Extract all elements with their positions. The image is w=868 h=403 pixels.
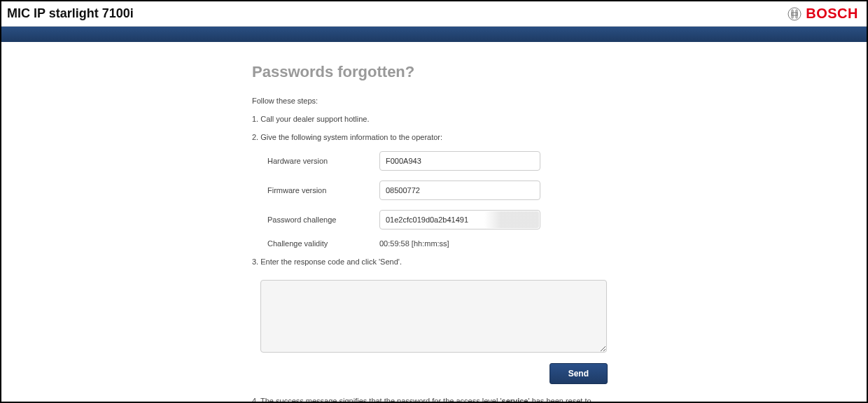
intro-text: Follow these steps:	[252, 97, 616, 105]
device-title: MIC IP starlight 7100i	[7, 6, 134, 21]
send-button[interactable]: Send	[550, 363, 608, 384]
svg-rect-3	[792, 13, 797, 15]
svg-point-0	[788, 8, 801, 20]
password-challenge-wrap	[379, 210, 540, 229]
page-header: MIC IP starlight 7100i BOSCH	[1, 1, 867, 27]
response-code-input[interactable]	[260, 280, 607, 353]
firmware-version-label: Firmware version	[267, 186, 379, 195]
step-4: 4. The success message signifies that th…	[252, 395, 616, 403]
page-title: Passwords forgotten?	[252, 63, 616, 81]
challenge-validity-label: Challenge validity	[267, 239, 379, 248]
step-4-prefix: 4. The success message signifies that th…	[252, 397, 502, 403]
form-container: Passwords forgotten? Follow these steps:…	[252, 63, 616, 403]
password-challenge-label: Password challenge	[267, 215, 379, 224]
firmware-version-row: Firmware version	[252, 181, 616, 200]
brand-text: BOSCH	[806, 6, 858, 22]
hardware-version-field[interactable]	[379, 151, 540, 171]
button-row: Send	[252, 363, 616, 384]
step-3: 3. Enter the response code and click 'Se…	[252, 257, 616, 266]
main-content: Passwords forgotten? Follow these steps:…	[1, 42, 867, 403]
firmware-version-field[interactable]	[379, 181, 540, 200]
step-1: 1. Call your dealer support hotline.	[252, 115, 616, 123]
accent-bar	[1, 27, 867, 42]
password-challenge-row: Password challenge	[252, 210, 616, 229]
hardware-version-label: Hardware version	[267, 157, 379, 165]
step-2: 2. Give the following system information…	[252, 133, 616, 141]
challenge-validity-row: Challenge validity 00:59:58 [hh:mm:ss]	[252, 239, 616, 248]
step-4-service-level: service	[502, 397, 528, 403]
bosch-icon	[788, 7, 802, 21]
brand-logo: BOSCH	[788, 6, 858, 22]
hardware-version-row: Hardware version	[252, 151, 616, 171]
password-challenge-field[interactable]	[379, 210, 540, 229]
challenge-validity-value: 00:59:58 [hh:mm:ss]	[379, 239, 449, 248]
